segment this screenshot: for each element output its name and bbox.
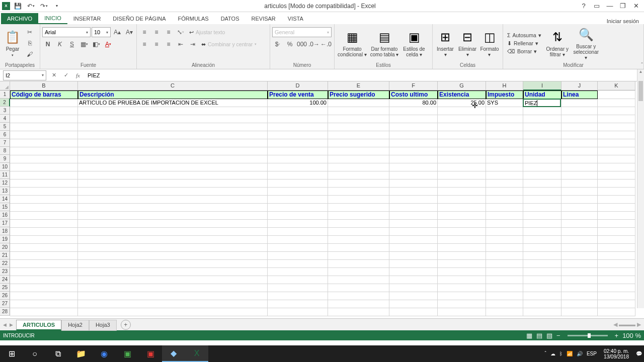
- redo-button[interactable]: ↷▾: [38, 1, 49, 11]
- sheet-tab-articulos[interactable]: ARTICULOS: [16, 320, 61, 331]
- clear-button[interactable]: ⌫ Borrar ▾: [505, 47, 543, 55]
- cell-B15[interactable]: [10, 204, 78, 212]
- cell-C11[interactable]: [78, 171, 268, 179]
- cell-G21[interactable]: [438, 252, 486, 260]
- cell-I26[interactable]: [523, 292, 561, 300]
- cell-B18[interactable]: [10, 228, 78, 236]
- cell-K6[interactable]: [598, 131, 635, 139]
- cell-B6[interactable]: [10, 131, 78, 139]
- increase-decimal-button[interactable]: .0→: [308, 39, 319, 49]
- cell-J17[interactable]: [561, 220, 598, 228]
- cell-C18[interactable]: [78, 228, 268, 236]
- cell-I10[interactable]: [523, 163, 561, 171]
- column-header-D[interactable]: D: [268, 81, 328, 90]
- cell-E2[interactable]: [328, 99, 389, 107]
- cell-B13[interactable]: [10, 188, 78, 196]
- vertical-scrollbar[interactable]: ▲: [637, 69, 644, 308]
- normal-view-button[interactable]: ▦: [526, 332, 532, 339]
- cell-B14[interactable]: [10, 196, 78, 204]
- cell-C14[interactable]: [78, 196, 268, 204]
- increase-font-button[interactable]: A▴: [112, 27, 123, 37]
- ribbon-tab-insertar[interactable]: INSERTAR: [67, 13, 107, 24]
- cell-G5[interactable]: [438, 123, 486, 131]
- cell-D5[interactable]: [268, 123, 328, 131]
- fill-button[interactable]: ⬇ Rellenar ▾: [505, 39, 543, 47]
- cell-B2[interactable]: [10, 99, 78, 107]
- cell-K27[interactable]: [598, 300, 635, 308]
- cell-I22[interactable]: [523, 260, 561, 268]
- cell-J3[interactable]: [561, 107, 598, 115]
- cell-K9[interactable]: [598, 155, 635, 163]
- font-color-button[interactable]: A▾: [103, 39, 114, 49]
- cell-F1[interactable]: Costo ultimo: [389, 90, 438, 99]
- row-header-2[interactable]: 2: [0, 99, 10, 107]
- cell-G4[interactable]: [438, 115, 486, 123]
- cell-H16[interactable]: [486, 212, 523, 220]
- collapse-ribbon-button[interactable]: ˆ: [641, 62, 643, 68]
- cell-J12[interactable]: [561, 179, 598, 188]
- cell-E27[interactable]: [328, 300, 389, 308]
- zoom-slider[interactable]: [568, 335, 608, 336]
- cell-F24[interactable]: [389, 276, 438, 284]
- underline-button[interactable]: S: [66, 39, 77, 49]
- file-tab[interactable]: ARCHIVO: [1, 13, 38, 24]
- cell-H12[interactable]: [486, 179, 523, 188]
- cell-B19[interactable]: [10, 236, 78, 244]
- cell-I9[interactable]: [523, 155, 561, 163]
- clock[interactable]: 02:40 p. m. 13/09/2018: [601, 348, 632, 359]
- cell-D13[interactable]: [268, 188, 328, 196]
- cell-C7[interactable]: [78, 139, 268, 147]
- cell-B20[interactable]: [10, 244, 78, 252]
- cell-H24[interactable]: [486, 276, 523, 284]
- column-header-H[interactable]: H: [486, 81, 523, 90]
- cell-G17[interactable]: [438, 220, 486, 228]
- cell-E25[interactable]: [328, 284, 389, 292]
- cell-D2[interactable]: 100.00: [268, 99, 328, 107]
- row-header-7[interactable]: 7: [0, 139, 10, 147]
- cell-K10[interactable]: [598, 163, 635, 171]
- cell-I8[interactable]: [523, 147, 561, 155]
- cell-H7[interactable]: [486, 139, 523, 147]
- ribbon-tab-diseño-de-página[interactable]: DISEÑO DE PÁGINA: [107, 13, 172, 24]
- cell-F11[interactable]: [389, 171, 438, 179]
- cell-D16[interactable]: [268, 212, 328, 220]
- format-table-button[interactable]: ▤Dar formato como tabla ▾: [369, 28, 400, 58]
- cell-E4[interactable]: [328, 115, 389, 123]
- cell-F12[interactable]: [389, 179, 438, 188]
- row-header-26[interactable]: 26: [0, 292, 10, 300]
- cell-E24[interactable]: [328, 276, 389, 284]
- cell-D24[interactable]: [268, 276, 328, 284]
- cell-C27[interactable]: [78, 300, 268, 308]
- row-header-21[interactable]: 21: [0, 251, 10, 259]
- cell-G14[interactable]: [438, 196, 486, 204]
- save-button[interactable]: 💾: [12, 1, 23, 11]
- cell-J13[interactable]: [561, 188, 598, 196]
- cell-G3[interactable]: [438, 107, 486, 115]
- decrease-indent-button[interactable]: ⇤: [175, 39, 186, 49]
- row-header-6[interactable]: 6: [0, 131, 10, 139]
- cell-E11[interactable]: [328, 171, 389, 179]
- cell-E3[interactable]: [328, 107, 389, 115]
- cell-I5[interactable]: [523, 123, 561, 131]
- cell-G24[interactable]: [438, 276, 486, 284]
- excel-taskbar-button[interactable]: X: [185, 345, 208, 362]
- number-format-combo[interactable]: General▾: [272, 27, 332, 37]
- cell-K7[interactable]: [598, 139, 635, 147]
- font-size-combo[interactable]: 10▾: [92, 27, 111, 37]
- network-icon[interactable]: 📶: [567, 351, 573, 356]
- delete-cells-button[interactable]: ⊟Eliminar▾: [457, 28, 478, 58]
- cell-D28[interactable]: [268, 308, 328, 316]
- cell-D20[interactable]: [268, 244, 328, 252]
- row-header-25[interactable]: 25: [0, 284, 10, 292]
- active-cell[interactable]: PIEZ: [523, 99, 561, 107]
- cell-K25[interactable]: [598, 284, 635, 292]
- cell-E10[interactable]: [328, 163, 389, 171]
- cell-B27[interactable]: [10, 300, 78, 308]
- cell-K18[interactable]: [598, 228, 635, 236]
- cell-H20[interactable]: [486, 244, 523, 252]
- cell-F19[interactable]: [389, 236, 438, 244]
- cell-D4[interactable]: [268, 115, 328, 123]
- cell-J6[interactable]: [561, 131, 598, 139]
- bold-button[interactable]: N: [42, 39, 53, 49]
- cell-J22[interactable]: [561, 260, 598, 268]
